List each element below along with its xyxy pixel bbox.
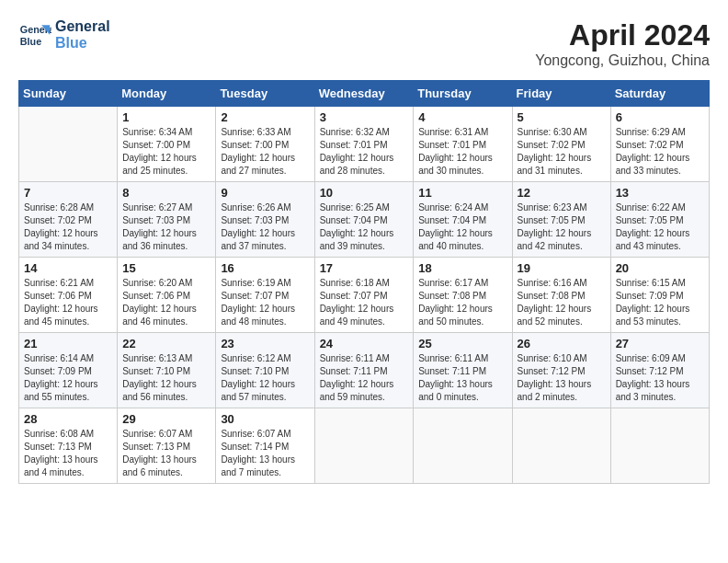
day-info: Sunrise: 6:28 AMSunset: 7:02 PMDaylight:… <box>24 201 112 253</box>
day-number: 27 <box>616 337 704 350</box>
day-number: 24 <box>320 337 409 350</box>
calendar-cell: 3Sunrise: 6:32 AMSunset: 7:01 PMDaylight… <box>314 107 414 182</box>
calendar-cell: 6Sunrise: 6:29 AMSunset: 7:02 PMDaylight… <box>610 107 709 182</box>
calendar-cell <box>512 408 610 484</box>
calendar-cell: 12Sunrise: 6:23 AMSunset: 7:05 PMDayligh… <box>512 182 610 258</box>
day-info: Sunrise: 6:16 AMSunset: 7:08 PMDaylight:… <box>518 277 606 328</box>
day-info: Sunrise: 6:11 AMSunset: 7:11 PMDaylight:… <box>320 352 409 404</box>
day-info: Sunrise: 6:32 AMSunset: 7:01 PMDaylight:… <box>320 126 409 178</box>
day-number: 3 <box>320 110 409 124</box>
day-number: 12 <box>518 186 606 200</box>
calendar-week-3: 14Sunrise: 6:21 AMSunset: 7:06 PMDayligh… <box>19 258 710 333</box>
svg-text:Blue: Blue <box>20 36 41 47</box>
day-number: 15 <box>122 261 210 275</box>
header: General Blue General Blue April 2024 Yon… <box>18 18 710 69</box>
title-section: April 2024 Yongcong, Guizhou, China <box>535 18 710 69</box>
calendar-cell: 13Sunrise: 6:22 AMSunset: 7:05 PMDayligh… <box>610 182 709 258</box>
day-info: Sunrise: 6:25 AMSunset: 7:04 PMDaylight:… <box>320 201 409 253</box>
day-info: Sunrise: 6:26 AMSunset: 7:03 PMDaylight:… <box>221 201 309 253</box>
header-cell-sunday: Sunday <box>19 81 118 107</box>
day-number: 2 <box>221 110 309 124</box>
logo-icon: General Blue <box>18 18 51 52</box>
day-number: 6 <box>616 110 704 124</box>
calendar-cell <box>610 408 709 484</box>
day-info: Sunrise: 6:08 AMSunset: 7:13 PMDaylight:… <box>24 428 112 479</box>
location-title: Yongcong, Guizhou, China <box>535 52 710 69</box>
header-cell-friday: Friday <box>512 81 610 107</box>
calendar-cell: 5Sunrise: 6:30 AMSunset: 7:02 PMDaylight… <box>512 107 610 182</box>
calendar-cell <box>314 408 414 484</box>
calendar-cell: 20Sunrise: 6:15 AMSunset: 7:09 PMDayligh… <box>610 258 709 333</box>
day-number: 9 <box>221 186 309 200</box>
logo-text: General Blue <box>55 18 110 52</box>
month-title: April 2024 <box>535 18 710 52</box>
day-info: Sunrise: 6:14 AMSunset: 7:09 PMDaylight:… <box>24 352 112 404</box>
calendar-cell: 23Sunrise: 6:12 AMSunset: 7:10 PMDayligh… <box>216 333 314 408</box>
day-info: Sunrise: 6:22 AMSunset: 7:05 PMDaylight:… <box>616 201 704 253</box>
calendar-cell: 8Sunrise: 6:27 AMSunset: 7:03 PMDaylight… <box>118 182 216 258</box>
day-number: 19 <box>518 261 606 275</box>
day-info: Sunrise: 6:10 AMSunset: 7:12 PMDaylight:… <box>518 352 606 404</box>
day-number: 7 <box>24 186 112 200</box>
day-info: Sunrise: 6:29 AMSunset: 7:02 PMDaylight:… <box>616 126 704 178</box>
header-cell-monday: Monday <box>118 81 216 107</box>
calendar-cell: 10Sunrise: 6:25 AMSunset: 7:04 PMDayligh… <box>314 182 414 258</box>
day-number: 17 <box>320 261 409 275</box>
day-number: 10 <box>320 186 409 200</box>
calendar-week-4: 21Sunrise: 6:14 AMSunset: 7:09 PMDayligh… <box>19 333 710 408</box>
day-number: 29 <box>122 412 210 426</box>
calendar-cell: 15Sunrise: 6:20 AMSunset: 7:06 PMDayligh… <box>118 258 216 333</box>
day-info: Sunrise: 6:11 AMSunset: 7:11 PMDaylight:… <box>418 352 506 404</box>
calendar-cell: 28Sunrise: 6:08 AMSunset: 7:13 PMDayligh… <box>19 408 118 484</box>
day-number: 22 <box>122 337 210 350</box>
day-info: Sunrise: 6:19 AMSunset: 7:07 PMDaylight:… <box>221 277 309 328</box>
day-info: Sunrise: 6:09 AMSunset: 7:12 PMDaylight:… <box>616 352 704 404</box>
calendar-cell: 19Sunrise: 6:16 AMSunset: 7:08 PMDayligh… <box>512 258 610 333</box>
header-cell-wednesday: Wednesday <box>314 81 414 107</box>
calendar-cell <box>414 408 512 484</box>
day-info: Sunrise: 6:31 AMSunset: 7:01 PMDaylight:… <box>418 126 506 178</box>
header-cell-thursday: Thursday <box>414 81 512 107</box>
day-number: 23 <box>221 337 309 350</box>
day-number: 14 <box>24 261 112 275</box>
calendar-cell: 2Sunrise: 6:33 AMSunset: 7:00 PMDaylight… <box>216 107 314 182</box>
calendar-cell: 27Sunrise: 6:09 AMSunset: 7:12 PMDayligh… <box>610 333 709 408</box>
day-info: Sunrise: 6:07 AMSunset: 7:14 PMDaylight:… <box>221 428 309 479</box>
day-number: 28 <box>24 412 112 426</box>
calendar-cell: 1Sunrise: 6:34 AMSunset: 7:00 PMDaylight… <box>118 107 216 182</box>
calendar-cell: 24Sunrise: 6:11 AMSunset: 7:11 PMDayligh… <box>314 333 414 408</box>
day-info: Sunrise: 6:30 AMSunset: 7:02 PMDaylight:… <box>518 126 606 178</box>
day-info: Sunrise: 6:33 AMSunset: 7:00 PMDaylight:… <box>221 126 309 178</box>
day-info: Sunrise: 6:23 AMSunset: 7:05 PMDaylight:… <box>518 201 606 253</box>
header-cell-tuesday: Tuesday <box>216 81 314 107</box>
day-number: 18 <box>418 261 506 275</box>
day-number: 4 <box>418 110 506 124</box>
day-number: 26 <box>518 337 606 350</box>
day-number: 30 <box>221 412 309 426</box>
day-info: Sunrise: 6:12 AMSunset: 7:10 PMDaylight:… <box>221 352 309 404</box>
calendar-cell: 29Sunrise: 6:07 AMSunset: 7:13 PMDayligh… <box>118 408 216 484</box>
calendar-cell: 4Sunrise: 6:31 AMSunset: 7:01 PMDaylight… <box>414 107 512 182</box>
calendar-week-2: 7Sunrise: 6:28 AMSunset: 7:02 PMDaylight… <box>19 182 710 258</box>
calendar-cell: 17Sunrise: 6:18 AMSunset: 7:07 PMDayligh… <box>314 258 414 333</box>
calendar-cell: 30Sunrise: 6:07 AMSunset: 7:14 PMDayligh… <box>216 408 314 484</box>
day-info: Sunrise: 6:34 AMSunset: 7:00 PMDaylight:… <box>122 126 210 178</box>
day-number: 8 <box>122 186 210 200</box>
calendar-week-1: 1Sunrise: 6:34 AMSunset: 7:00 PMDaylight… <box>19 107 710 182</box>
day-number: 21 <box>24 337 112 350</box>
calendar-week-5: 28Sunrise: 6:08 AMSunset: 7:13 PMDayligh… <box>19 408 710 484</box>
calendar-cell: 14Sunrise: 6:21 AMSunset: 7:06 PMDayligh… <box>19 258 118 333</box>
day-info: Sunrise: 6:21 AMSunset: 7:06 PMDaylight:… <box>24 277 112 328</box>
calendar-cell <box>19 107 118 182</box>
day-number: 16 <box>221 261 309 275</box>
day-info: Sunrise: 6:15 AMSunset: 7:09 PMDaylight:… <box>616 277 704 328</box>
calendar-cell: 21Sunrise: 6:14 AMSunset: 7:09 PMDayligh… <box>19 333 118 408</box>
day-info: Sunrise: 6:17 AMSunset: 7:08 PMDaylight:… <box>418 277 506 328</box>
day-number: 11 <box>418 186 506 200</box>
day-info: Sunrise: 6:07 AMSunset: 7:13 PMDaylight:… <box>122 428 210 479</box>
day-number: 25 <box>418 337 506 350</box>
calendar-cell: 25Sunrise: 6:11 AMSunset: 7:11 PMDayligh… <box>414 333 512 408</box>
day-info: Sunrise: 6:24 AMSunset: 7:04 PMDaylight:… <box>418 201 506 253</box>
day-info: Sunrise: 6:18 AMSunset: 7:07 PMDaylight:… <box>320 277 409 328</box>
calendar-cell: 7Sunrise: 6:28 AMSunset: 7:02 PMDaylight… <box>19 182 118 258</box>
